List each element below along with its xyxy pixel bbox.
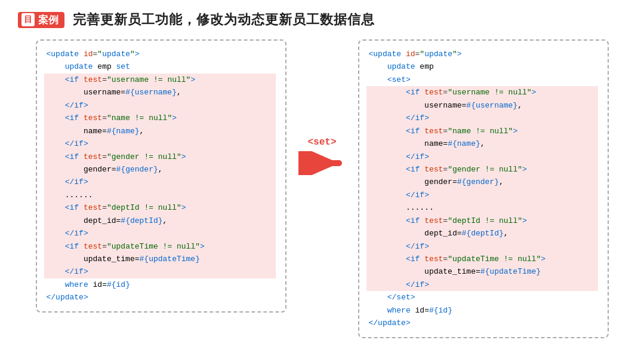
arrow-icon [298,151,346,175]
code-line: name=#{name}, [366,137,598,150]
arrow-label: <set> [307,137,336,148]
code-line: </if> [44,227,276,240]
code-line: <if test="updateTime != null"> [44,240,276,253]
code-line: <if test="deptId != null"> [44,201,276,214]
code-line: </update> [47,291,276,304]
code-line: </if> [366,278,598,291]
header: 目 案例 完善更新员工功能，修改为动态更新员工数据信息 [18,11,626,29]
code-line: <if test="gender != null"> [44,151,276,163]
code-line: update_time=#{updateTime} [44,253,276,265]
arrow-area: <set> [286,39,358,273]
case-icon: 目 [21,13,35,26]
code-line: gender=#{gender}, [366,176,598,188]
left-code-box: <update id="update"> update emp set <if … [36,39,286,313]
main-content: <update id="update"> update emp set <if … [18,39,626,338]
right-code-box: <update id="update"> update emp <set> <i… [358,39,609,338]
code-line: </if> [366,240,598,253]
code-line: <set> [369,74,598,86]
code-line: update emp set [47,60,276,73]
code-line: where id=#{id} [369,304,598,317]
code-line: <if test="deptId != null"> [366,215,598,227]
case-badge: 目 案例 [18,12,64,28]
code-line: </if> [44,265,276,278]
code-line: ...... [366,201,598,214]
code-line: username=#{username}, [44,86,276,99]
code-line: </if> [366,189,598,201]
code-line: <update id="update"> [369,48,598,60]
code-line: </update> [369,317,598,329]
code-line: name=#{name}, [44,125,276,137]
code-line: dept_id=#{deptId}, [366,227,598,240]
code-line: update_time=#{updateTime} [366,265,598,278]
code-line: <if test="username != null"> [44,74,276,86]
case-label: 案例 [38,13,58,27]
code-line: </if> [44,176,276,188]
code-line: <if test="username != null"> [366,86,598,99]
code-line: where id=#{id} [47,278,276,291]
code-line: </if> [366,151,598,163]
code-line: </if> [366,112,598,124]
page-title: 完善更新员工功能，修改为动态更新员工数据信息 [73,11,375,29]
code-line: <if test="name != null"> [44,112,276,124]
code-line: update emp [369,60,598,73]
code-line: </if> [44,137,276,150]
code-line: </set> [369,291,598,304]
code-line: ...... [44,189,276,201]
code-line: dept_id=#{deptId}, [44,215,276,227]
code-line: <if test="name != null"> [366,125,598,137]
code-line: username=#{username}, [366,99,598,112]
code-line: gender=#{gender}, [44,163,276,176]
code-line: <if test="gender != null"> [366,163,598,176]
code-line: </if> [44,99,276,112]
slide: 目 案例 完善更新员工功能，修改为动态更新员工数据信息 <update id="… [0,0,644,349]
code-line: <if test="updateTime != null"> [366,253,598,265]
code-line: <update id="update"> [47,48,276,60]
